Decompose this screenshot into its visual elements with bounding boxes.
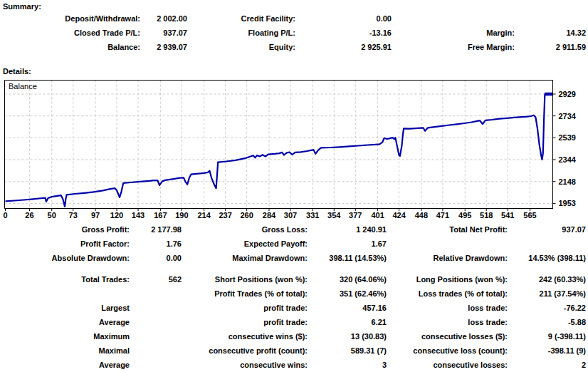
stat-value: 937.07 bbox=[140, 26, 187, 40]
balance-chart: 0265073971201431671902142372602843073313… bbox=[3, 77, 587, 222]
x-axis-tick-label: 190 bbox=[175, 211, 188, 219]
x-axis-tick-label: 214 bbox=[197, 211, 211, 219]
stat-value: 14.32 bbox=[515, 26, 586, 40]
x-axis-tick-label: 120 bbox=[110, 211, 123, 219]
stat-label: Gross Profit: bbox=[0, 222, 130, 237]
stat-value: 351 (62.46%) bbox=[308, 286, 387, 301]
stats-bottom-table: Total Trades:562Short Positions (won %):… bbox=[0, 272, 586, 372]
stat-label: Credit Facility: bbox=[187, 11, 295, 26]
stat-label: Profit Trades (% of total): bbox=[182, 286, 308, 301]
stat-value bbox=[130, 315, 182, 329]
stat-label: loss trade: bbox=[387, 301, 508, 315]
chart-gridlines bbox=[5, 81, 553, 209]
stat-row: Maximalconsecutive profit (count):589.31… bbox=[0, 343, 586, 358]
stat-label: Equity: bbox=[187, 40, 295, 54]
x-axis-tick-label: 565 bbox=[523, 211, 536, 219]
stat-value: 937.07 bbox=[508, 222, 586, 237]
stat-label: Gross Loss: bbox=[182, 222, 308, 237]
stat-value: 1.76 bbox=[130, 237, 182, 251]
x-axis-tick-label: 26 bbox=[25, 211, 33, 219]
stat-value: 6.21 bbox=[308, 315, 387, 329]
x-axis-tick-label: 50 bbox=[48, 211, 56, 219]
stat-label: loss trade: bbox=[387, 315, 508, 329]
stat-row: Gross Profit:2 177.98Gross Loss:1 240.91… bbox=[0, 222, 586, 237]
stat-value: 3 bbox=[308, 358, 387, 372]
stat-label: Maximum bbox=[0, 329, 130, 343]
stat-value: 562 bbox=[130, 272, 182, 286]
stat-label bbox=[392, 11, 515, 26]
stat-value: -5.88 bbox=[508, 315, 586, 329]
stat-value: -76.22 bbox=[508, 301, 586, 315]
stat-value bbox=[508, 237, 586, 251]
y-axis-tick-label: 2539 bbox=[559, 133, 576, 142]
y-axis-tick-label: 2148 bbox=[559, 177, 576, 186]
chart-series-label: Balance bbox=[9, 82, 37, 91]
stat-value: 2 925.91 bbox=[295, 40, 392, 54]
stat-label: Balance: bbox=[0, 40, 140, 54]
x-axis-tick-label: 143 bbox=[132, 211, 145, 219]
stat-label: consecutive wins: bbox=[182, 358, 308, 372]
x-axis-labels: 0265073971201431671902142372602843073313… bbox=[3, 211, 536, 219]
y-axis-tick-label: 1953 bbox=[559, 199, 576, 207]
stat-value bbox=[130, 286, 182, 301]
x-axis-tick-label: 284 bbox=[263, 211, 276, 219]
stat-row: Profit Factor:1.76Expected Payoff:1.67 bbox=[0, 237, 586, 251]
stat-label: Profit Factor: bbox=[0, 237, 130, 251]
x-axis-tick-label: 0 bbox=[3, 211, 7, 219]
x-axis-tick-label: 495 bbox=[458, 211, 471, 219]
stat-label: consecutive losses ($): bbox=[387, 329, 508, 343]
stat-value: 9 (-398.11) bbox=[508, 329, 586, 343]
stat-value: 457.16 bbox=[308, 301, 387, 315]
stat-label: Total Net Profit: bbox=[387, 222, 508, 237]
stat-label: profit trade: bbox=[182, 315, 308, 329]
stat-value: 0.00 bbox=[130, 251, 182, 265]
stat-value: 589.31 (7) bbox=[308, 343, 387, 358]
stat-label: Average bbox=[0, 315, 130, 329]
stat-value: 211 (37.54%) bbox=[508, 286, 586, 301]
stat-row: Closed Trade P/L:937.07Floating P/L:-13.… bbox=[0, 26, 586, 40]
stat-label: Expected Payoff: bbox=[182, 237, 308, 251]
x-axis-tick-label: 377 bbox=[349, 211, 362, 219]
stat-value: 0.00 bbox=[295, 11, 392, 26]
stat-label: Floating P/L: bbox=[187, 26, 295, 40]
stat-value: 2 939.07 bbox=[140, 40, 187, 54]
x-axis-tick-label: 331 bbox=[306, 211, 319, 219]
stat-label: Free Margin: bbox=[392, 40, 515, 54]
stat-value: 2 bbox=[508, 358, 586, 372]
stat-label bbox=[0, 286, 130, 301]
stat-label: Total Trades: bbox=[0, 272, 130, 286]
stat-label: Long Positions (won %): bbox=[387, 272, 508, 286]
stat-label: consecutive losses: bbox=[387, 358, 508, 372]
x-axis-tick-label: 518 bbox=[480, 211, 493, 219]
stat-value bbox=[130, 358, 182, 372]
stat-value: 320 (64.06%) bbox=[308, 272, 387, 286]
stat-label: Maximal Drawdown: bbox=[182, 251, 308, 265]
chart-frame bbox=[5, 81, 553, 209]
stat-row: Maximumconsecutive wins ($):13 (30.83)co… bbox=[0, 329, 586, 343]
stat-label: Average bbox=[0, 358, 130, 372]
stat-row: Absolute Drawdown:0.00Maximal Drawdown:3… bbox=[0, 251, 586, 265]
x-axis-tick-label: 448 bbox=[415, 211, 428, 219]
stat-label: Absolute Drawdown: bbox=[0, 251, 130, 265]
stat-label: consecutive profit (count): bbox=[182, 343, 308, 358]
stat-label: consecutive loss (count): bbox=[387, 343, 508, 358]
summary-table: Deposit/Withdrawal:2 002.00Credit Facili… bbox=[0, 11, 586, 54]
stat-value: 398.11 (14.53%) bbox=[308, 251, 387, 265]
stat-label: Maximal bbox=[0, 343, 130, 358]
stat-label bbox=[387, 237, 508, 251]
stat-row: Profit Trades (% of total):351 (62.46%)L… bbox=[0, 286, 586, 301]
stat-value: 14.53% (398.11) bbox=[508, 251, 586, 265]
stat-label: Largest bbox=[0, 301, 130, 315]
stat-value: 1.67 bbox=[308, 237, 387, 251]
stat-row: Total Trades:562Short Positions (won %):… bbox=[0, 272, 586, 286]
x-axis-tick-label: 354 bbox=[327, 211, 341, 219]
stat-value: 1 240.91 bbox=[308, 222, 387, 237]
balance-chart-svg: 0265073971201431671902142372602843073313… bbox=[3, 77, 587, 222]
summary-heading: Summary: bbox=[3, 2, 41, 11]
stat-label: Short Positions (won %): bbox=[182, 272, 308, 286]
y-axis-tick-label: 2734 bbox=[559, 112, 577, 120]
stat-value: 2 177.98 bbox=[130, 222, 182, 237]
x-axis-tick-label: 237 bbox=[219, 211, 231, 219]
stat-value: 2 002.00 bbox=[140, 11, 187, 26]
stat-value: 242 (60.33%) bbox=[508, 272, 586, 286]
